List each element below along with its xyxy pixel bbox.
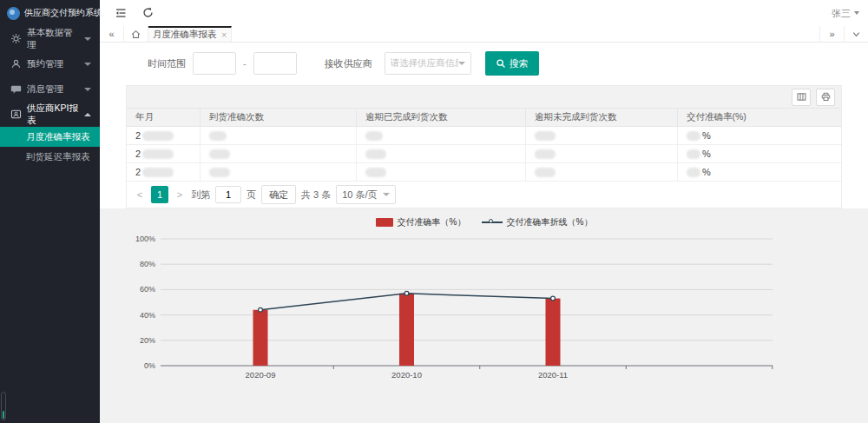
header-cell-accurate-arrivals: 到货准确次数 — [201, 109, 357, 126]
table-row: 2 % — [127, 127, 841, 145]
chart-section: 交付准确率（%） 交付准确率折线（%） 0%20%40%60%80%100%20… — [100, 208, 868, 423]
legend-label: 交付准确率折线（%） — [507, 216, 593, 228]
tab-monthly-accuracy-report[interactable]: 月度准确率报表 × — [148, 26, 232, 42]
sidebar-item-kpi-report[interactable]: 供应商KPI报表 — [0, 102, 100, 127]
svg-text:20%: 20% — [140, 336, 155, 345]
tab-close-icon[interactable]: × — [221, 30, 227, 40]
supplier-select-placeholder: 请选择供应商信息 — [391, 57, 458, 69]
goto-page-label: 到第 — [191, 188, 210, 202]
sidebar-nav: 基本数据管理 预约管理 消息管理 供应商 — [0, 26, 100, 167]
home-icon — [130, 29, 141, 40]
filter-columns-button[interactable] — [792, 89, 811, 106]
report-table-card: 年月 到货准确次数 逾期已完成到货次数 逾期未完成到货次数 交付准确率(%) 2… — [126, 85, 842, 208]
legend-item-accuracy-bar[interactable]: 交付准确率（%） — [376, 216, 466, 228]
tabs-scroll-left-button[interactable]: « — [100, 26, 124, 42]
svg-text:80%: 80% — [140, 260, 155, 268]
time-range-end-input[interactable] — [253, 52, 297, 75]
refresh-icon[interactable] — [141, 6, 155, 20]
cell-overdue-uncompleted — [526, 163, 678, 181]
sidebar-item-label: 供应商KPI报表 — [27, 102, 79, 127]
header-cell-accuracy-rate: 交付准确率(%) — [678, 109, 841, 126]
redacted-value — [535, 168, 556, 177]
app-logo: 供应商交付预约系统 — [0, 0, 100, 26]
table-toolbar — [127, 86, 841, 109]
redacted-value — [142, 168, 174, 177]
header-cell-overdue-uncompleted: 逾期未完成到货次数 — [526, 109, 678, 126]
cell-year-month: 2 — [127, 163, 201, 181]
legend-line-marker — [489, 219, 493, 223]
user-name: 张三 — [832, 7, 851, 20]
tabs-menu-button[interactable] — [844, 26, 868, 42]
prev-page-button[interactable]: < — [134, 189, 146, 200]
pagination: < 1 > 到第 页 确定 共 3 条 10 条/页 — [127, 182, 841, 208]
cell-year-month: 2 — [127, 127, 201, 144]
redacted-value — [209, 168, 230, 177]
search-button[interactable]: 搜索 — [485, 51, 539, 76]
time-range-start-input[interactable] — [193, 52, 236, 75]
legend-line-swatch — [482, 218, 503, 227]
page-size-label: 10 条/页 — [342, 188, 377, 202]
sidebar-scrollbar[interactable] — [1, 392, 6, 420]
search-form: 时间范围 - 接收供应商 请选择供应商信息 搜索 — [148, 50, 868, 76]
redacted-value — [535, 149, 556, 159]
app-logo-icon — [7, 7, 20, 20]
search-icon — [496, 58, 506, 69]
svg-text:100%: 100% — [135, 235, 155, 243]
sidebar-item-monthly-accuracy-report[interactable]: 月度准确率报表 — [0, 127, 100, 147]
cell-overdue-completed — [357, 127, 526, 144]
main-area: 张三 « 月度准确率报表 × » 时间范围 — [100, 0, 868, 423]
caret-down-icon — [383, 193, 390, 196]
redacted-value — [142, 149, 174, 159]
cell-overdue-uncompleted — [526, 127, 678, 144]
sidebar-item-appointment[interactable]: 预约管理 — [0, 51, 100, 76]
svg-text:0%: 0% — [144, 361, 155, 370]
svg-text:2020-09: 2020-09 — [246, 370, 276, 380]
caret-down-icon — [854, 11, 859, 15]
page-unit-label: 页 — [247, 188, 256, 202]
sidebar-scrollbar-thumb[interactable] — [3, 411, 4, 419]
total-count-label: 共 3 条 — [301, 188, 331, 202]
search-button-label: 搜索 — [510, 57, 529, 70]
cell-accuracy-rate: % — [678, 127, 841, 144]
app-window: 供应商交付预约系统 基本数据管理 预约管理 消息管理 — [0, 0, 868, 423]
svg-text:2020-10: 2020-10 — [391, 370, 422, 380]
confirm-page-button[interactable]: 确定 — [261, 185, 296, 204]
id-card-icon — [10, 109, 22, 120]
sidebar-item-message[interactable]: 消息管理 — [0, 76, 100, 102]
legend-item-accuracy-line[interactable]: 交付准确率折线（%） — [482, 216, 593, 228]
redacted-value — [687, 131, 700, 141]
caret-down-icon — [458, 62, 465, 65]
sidebar-item-delivery-delay-report[interactable]: 到货延迟率报表 — [0, 147, 100, 167]
redacted-value — [209, 131, 227, 141]
chart-legend: 交付准确率（%） 交付准确率折线（%） — [100, 208, 868, 228]
user-menu[interactable]: 张三 — [832, 7, 859, 20]
menu-fold-icon[interactable] — [114, 6, 128, 20]
percent-suffix: % — [702, 149, 711, 159]
goto-page-input[interactable] — [215, 186, 241, 203]
next-page-button[interactable]: > — [174, 189, 186, 200]
table-header: 年月 到货准确次数 逾期已完成到货次数 逾期未完成到货次数 交付准确率(%) — [127, 109, 841, 127]
print-button[interactable] — [816, 89, 835, 106]
tabs-scroll-right-button[interactable]: » — [819, 26, 844, 42]
redacted-value — [365, 131, 383, 141]
supplier-select[interactable]: 请选择供应商信息 — [385, 52, 471, 75]
topbar: 张三 — [100, 0, 868, 26]
redacted-value — [687, 149, 700, 159]
message-icon — [10, 83, 22, 95]
cell-accurate-arrivals — [201, 127, 357, 144]
redacted-value — [365, 168, 386, 177]
home-tab-button[interactable] — [124, 26, 148, 42]
page-size-select[interactable]: 10 条/页 — [336, 185, 395, 204]
redacted-value — [142, 131, 174, 141]
svg-text:40%: 40% — [140, 311, 155, 320]
sidebar-item-label: 基本数据管理 — [27, 27, 79, 51]
page-number-button[interactable]: 1 — [151, 186, 168, 203]
percent-suffix: % — [702, 130, 711, 141]
sidebar-item-basic-data[interactable]: 基本数据管理 — [0, 26, 100, 51]
chevron-down-icon — [852, 30, 861, 39]
cell-accuracy-rate: % — [678, 163, 841, 181]
table-row: 2 % — [127, 163, 841, 182]
cell-overdue-completed — [357, 163, 526, 181]
sidebar-item-label: 消息管理 — [27, 83, 79, 96]
range-separator: - — [243, 58, 247, 69]
